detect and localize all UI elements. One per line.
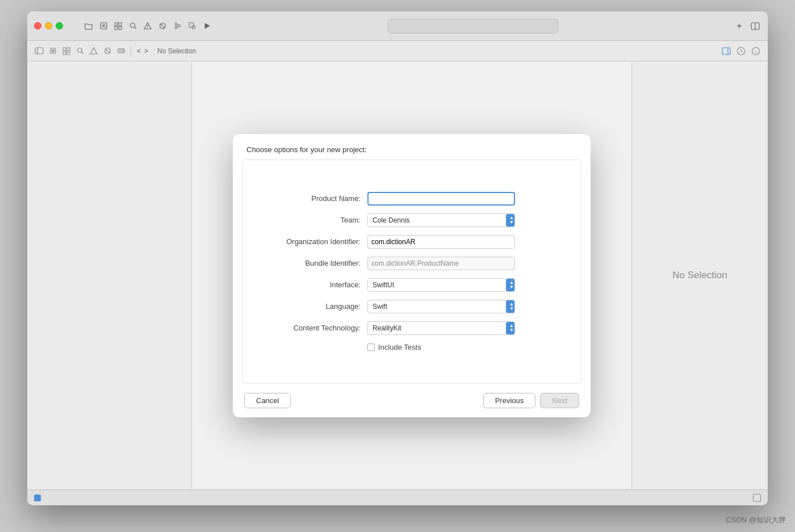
language-select-arrows: ▲ ▼	[506, 300, 515, 313]
no-selection-label: No Selection	[157, 47, 196, 55]
cancel-button[interactable]: Cancel	[244, 393, 291, 408]
svg-text:i: i	[755, 49, 757, 55]
svg-point-33	[77, 48, 82, 53]
grid-icon[interactable]	[113, 21, 123, 31]
nav-arrows: < >	[136, 47, 149, 55]
interface-field[interactable]: SwiftUI ▲ ▼	[367, 278, 515, 292]
content-technology-select[interactable]: RealityKit ▲ ▼	[367, 321, 515, 335]
product-name-input[interactable]	[367, 192, 515, 206]
svg-line-12	[161, 24, 165, 28]
footer-right: Previous Next	[483, 393, 579, 408]
title-bar-right: +	[734, 20, 761, 32]
inspector-toggle[interactable]	[721, 46, 731, 56]
modal-overlay: Choose options for your new project: Pro…	[192, 61, 631, 489]
team-label: Team:	[254, 216, 367, 224]
warning-icon[interactable]	[143, 21, 153, 31]
navigator-toggle[interactable]	[34, 46, 44, 56]
right-panel: No Selection	[631, 61, 768, 489]
bundle-identifier-field: com.dictionAR.ProductName	[367, 257, 515, 270]
svg-rect-41	[722, 48, 730, 55]
watermark: CSDN @知识大胖	[726, 515, 786, 525]
no-selection-right: No Selection	[672, 270, 727, 281]
svg-rect-32	[67, 52, 70, 55]
team-select[interactable]: Cole Dennis ▲ ▼	[367, 213, 515, 227]
search-secondary-icon[interactable]	[75, 46, 85, 56]
play-icon[interactable]	[202, 21, 212, 31]
arrow-down-icon: ▼	[509, 285, 514, 290]
language-select[interactable]: Swift ▲ ▼	[367, 300, 515, 313]
interface-select[interactable]: SwiftUI ▲ ▼	[367, 278, 515, 292]
svg-point-13	[175, 23, 177, 25]
include-tests-checkbox[interactable]	[367, 344, 375, 351]
svg-rect-19	[189, 23, 194, 27]
org-identifier-input[interactable]	[367, 235, 515, 249]
org-identifier-label: Organization Identifier:	[254, 237, 367, 246]
xcode-window: +	[27, 11, 768, 505]
content-technology-label: Content Technology:	[254, 324, 367, 332]
close-button[interactable]	[34, 22, 41, 30]
svg-rect-24	[35, 48, 43, 54]
toolbar-divider	[131, 46, 131, 56]
prohibit-secondary-icon[interactable]	[102, 46, 112, 56]
arrow-down-icon: ▼	[509, 220, 514, 225]
interface-label: Interface:	[254, 280, 367, 289]
folder-icon[interactable]	[83, 21, 94, 31]
scheme-selector[interactable]	[388, 19, 558, 33]
svg-rect-30	[67, 48, 70, 51]
tag-icon[interactable]	[187, 21, 197, 31]
content-technology-select-arrows: ▲ ▼	[506, 322, 515, 334]
stop-secondary-icon[interactable]	[48, 46, 58, 56]
arrow-down-icon: ▼	[509, 307, 514, 311]
add-tab-button[interactable]: +	[734, 20, 745, 32]
team-field[interactable]: Cole Dennis ▲ ▼	[367, 213, 515, 227]
language-value: Swift	[373, 303, 387, 311]
toolbar-right: i	[721, 46, 761, 56]
bundle-identifier-label: Bundle Identifier:	[254, 259, 367, 267]
nav-back-button[interactable]: <	[136, 47, 142, 55]
interface-value: SwiftUI	[373, 281, 394, 289]
main-content: Choose options for your new project: Pro…	[27, 61, 768, 489]
maximize-button[interactable]	[56, 22, 63, 30]
product-name-row: Product Name:	[254, 192, 570, 206]
left-sidebar	[27, 61, 192, 489]
product-name-label: Product Name:	[254, 194, 367, 203]
svg-point-7	[130, 23, 135, 28]
info-icon[interactable]: i	[751, 46, 761, 56]
grid-secondary-icon[interactable]	[61, 46, 72, 56]
team-select-arrows: ▲ ▼	[506, 214, 515, 227]
git-icon[interactable]	[172, 21, 182, 31]
search-icon[interactable]	[128, 21, 138, 31]
nav-forward-button[interactable]: >	[143, 47, 149, 55]
include-tests-label: Include Tests	[378, 343, 421, 351]
svg-line-8	[134, 27, 136, 30]
svg-line-34	[81, 52, 83, 55]
next-button[interactable]: Next	[540, 393, 579, 408]
content-technology-field[interactable]: RealityKit ▲ ▼	[367, 321, 515, 335]
history-icon[interactable]	[736, 46, 746, 56]
modal-header: Choose options for your new project:	[233, 134, 591, 160]
center-area: Choose options for your new project: Pro…	[192, 61, 631, 489]
bundle-identifier-row: Bundle Identifier: com.dictionAR.Product…	[254, 257, 570, 270]
team-value: Cole Dennis	[373, 216, 409, 224]
language-row: Language: Swift ▲ ▼	[254, 300, 570, 313]
previous-button[interactable]: Previous	[483, 393, 536, 408]
memory-icon[interactable]	[116, 46, 126, 56]
minimize-button[interactable]	[45, 22, 52, 30]
content-technology-row: Content Technology: RealityKit ▲ ▼	[254, 321, 570, 335]
org-identifier-field[interactable]	[367, 235, 515, 249]
svg-rect-3	[115, 23, 118, 26]
form-area: Product Name: Team: Cole Denn	[242, 169, 581, 374]
product-name-field[interactable]	[367, 192, 515, 206]
interface-select-arrows: ▲ ▼	[506, 279, 515, 291]
prohibit-icon[interactable]	[157, 21, 168, 31]
secondary-toolbar: < > No Selection i	[27, 41, 768, 61]
stop-icon[interactable]	[98, 21, 108, 31]
include-tests-checkbox-row: Include Tests	[367, 343, 515, 351]
split-editor-button[interactable]	[750, 20, 761, 32]
traffic-lights	[34, 22, 63, 30]
warning-secondary-icon[interactable]	[89, 46, 99, 56]
include-tests-row: Include Tests	[254, 343, 570, 351]
language-field[interactable]: Swift ▲ ▼	[367, 300, 515, 313]
team-row: Team: Cole Dennis ▲ ▼	[254, 213, 570, 227]
status-bar	[27, 489, 768, 505]
